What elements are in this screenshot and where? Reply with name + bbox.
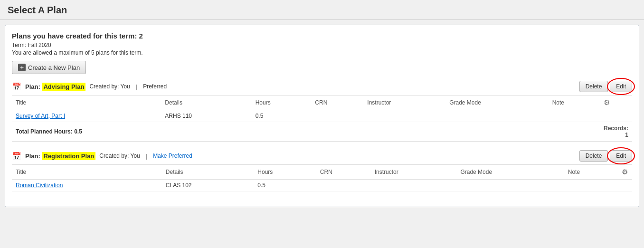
col-crn-2: CRN <box>316 165 371 180</box>
col-details-1: Details <box>161 95 251 110</box>
course-gear-2-0 <box>618 180 632 191</box>
course-details-1-0: ARHS 110 <box>161 110 251 122</box>
table-row: Survey of Art, Part I ARHS 110 0.5 <box>12 110 632 122</box>
main-content: Plans you have created for this term: 2 … <box>0 20 644 212</box>
course-title-2-0: Roman Civilization <box>12 180 162 191</box>
gear-icon-1[interactable]: ⚙ <box>604 98 610 106</box>
create-new-plan-button[interactable]: + Create a New Plan <box>12 61 86 74</box>
course-instructor-2-0 <box>371 180 457 191</box>
make-preferred-link-2[interactable]: Make Preferred <box>153 153 192 159</box>
plan-name-label-1: Plan: Advising Plan <box>25 83 85 90</box>
plan-label-row-1: 📅 Plan: Advising Plan Created by: You | … <box>12 81 632 92</box>
total-hours-1: 0.5 <box>74 128 82 135</box>
course-hours-2-0: 0.5 <box>254 180 316 191</box>
col-note-2: Note <box>564 165 618 180</box>
plan-name-highlight-2: Registration Plan <box>42 152 95 160</box>
col-details-2: Details <box>162 165 254 180</box>
pipe-1: | <box>136 83 137 90</box>
course-title-1-0: Survey of Art, Part I <box>12 110 161 122</box>
term-info: Term: Fall 2020 <box>12 42 632 48</box>
plan-label-row-2: 📅 Plan: Registration Plan Created by: Yo… <box>12 150 632 162</box>
course-crn-2-0 <box>316 180 371 191</box>
course-details-2-0: CLAS 102 <box>162 180 254 191</box>
col-gear-2: ⚙ <box>618 165 632 180</box>
plan-name-highlight-1: Advising Plan <box>42 83 85 91</box>
col-crn-1: CRN <box>311 95 363 110</box>
plan-container: Plans you have created for this term: 2 … <box>5 25 639 207</box>
calendar-icon-1: 📅 <box>12 82 21 91</box>
col-grade-mode-1: Grade Mode <box>445 95 549 110</box>
col-hours-2: Hours <box>254 165 316 180</box>
table-row: Roman Civilization CLAS 102 0.5 <box>12 180 632 191</box>
created-by-2: Created by: You <box>99 153 140 159</box>
calendar-icon-2: 📅 <box>12 152 21 161</box>
course-note-1-0 <box>549 110 600 122</box>
delete-button-1[interactable]: Delete <box>579 81 608 92</box>
plan-label-left-1: 📅 Plan: Advising Plan Created by: You | … <box>12 82 167 91</box>
col-title-1: Title <box>12 95 161 110</box>
plus-icon: + <box>18 64 26 71</box>
course-grade-mode-1-0 <box>445 110 549 122</box>
plan-row-2: 📅 Plan: Registration Plan Created by: Yo… <box>12 150 632 191</box>
col-grade-mode-2: Grade Mode <box>456 165 564 180</box>
delete-button-2[interactable]: Delete <box>579 150 608 162</box>
edit-button-1[interactable]: Edit <box>610 81 632 92</box>
plan-table-1: Title Details Hours CRN Instructor Grade… <box>12 95 632 142</box>
col-note-1: Note <box>549 95 600 110</box>
plan-label-left-2: 📅 Plan: Registration Plan Created by: Yo… <box>12 152 192 161</box>
total-row-1: Total Planned Hours: 0.5 Records: 1 <box>12 122 632 142</box>
course-note-2-0 <box>564 180 618 191</box>
preferred-badge-1: Preferred <box>143 83 167 90</box>
records-info-1: Records: 1 <box>600 122 632 142</box>
edit-button-2[interactable]: Edit <box>610 150 632 162</box>
plan-actions-2: Delete Edit <box>579 150 632 162</box>
max-info: You are allowed a maximum of 5 plans for… <box>12 49 632 56</box>
course-link-2-0[interactable]: Roman Civilization <box>16 182 63 189</box>
course-hours-1-0: 0.5 <box>252 110 312 122</box>
page-header: Select A Plan <box>0 0 644 20</box>
col-instructor-1: Instructor <box>363 95 445 110</box>
col-instructor-2: Instructor <box>371 165 457 180</box>
course-crn-1-0 <box>311 110 363 122</box>
create-btn-label: Create a New Plan <box>28 64 80 71</box>
col-hours-1: Hours <box>252 95 312 110</box>
plan-table-2: Title Details Hours CRN Instructor Grade… <box>12 164 632 191</box>
plan-row-1: 📅 Plan: Advising Plan Created by: You | … <box>12 81 632 142</box>
created-by-1: Created by: You <box>89 83 130 90</box>
plans-heading: Plans you have created for this term: 2 <box>12 32 632 40</box>
col-title-2: Title <box>12 165 162 180</box>
page-title: Select A Plan <box>8 5 636 16</box>
plan-name-label-2: Plan: Registration Plan <box>25 153 95 160</box>
gear-icon-2[interactable]: ⚙ <box>622 168 628 176</box>
course-grade-mode-2-0 <box>456 180 564 191</box>
plan-actions-1: Delete Edit <box>579 81 632 92</box>
course-instructor-1-0 <box>363 110 445 122</box>
total-label-1: Total Planned Hours: <box>16 128 73 135</box>
pipe-2: | <box>146 153 147 160</box>
course-gear-1-0 <box>600 110 632 122</box>
col-gear-1: ⚙ <box>600 95 632 110</box>
course-link-1-0[interactable]: Survey of Art, Part I <box>16 113 65 119</box>
